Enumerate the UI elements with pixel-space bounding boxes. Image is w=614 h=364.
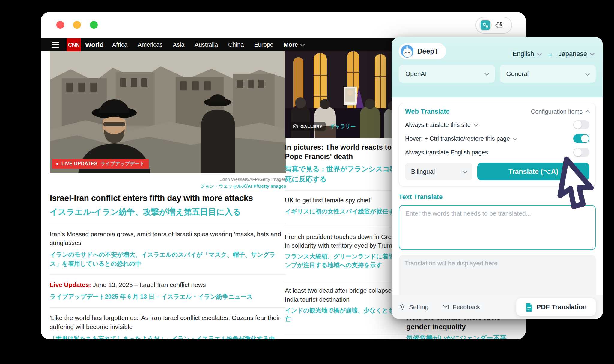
- photo-credit: John Wessels/AFP/Getty Images ジョン・ウェッセルズ…: [50, 176, 286, 190]
- deept-brand-name: DeepT: [417, 47, 438, 55]
- feedback-button[interactable]: Feedback: [442, 303, 480, 311]
- pdf-translation-button[interactable]: PDF Translation: [516, 298, 596, 316]
- camera-icon: [293, 124, 298, 129]
- hover-translate-toggle[interactable]: [573, 134, 589, 143]
- menu-hamburger-icon[interactable]: [52, 42, 59, 48]
- live-updates-label: LIVE UPDATES: [61, 161, 97, 166]
- panel-footer: Setting Feedback PDF Translation: [392, 295, 603, 319]
- article-headline-ja[interactable]: ライブアップデート2025 年 6 月 13 日 – イスラエル・イラン紛争ニュ…: [50, 292, 286, 301]
- article-headline-en[interactable]: Live Updates: June 13, 2025 – Israel-Ira…: [50, 280, 286, 289]
- nav-item-asia[interactable]: Asia: [173, 41, 184, 48]
- chevron-down-icon: [463, 169, 467, 173]
- web-translate-title: Web Translate: [405, 108, 450, 115]
- chevron-down-icon: [300, 42, 305, 46]
- chevron-up-icon: [586, 110, 590, 115]
- engine-mode-row: OpenAI General: [399, 65, 596, 83]
- cnn-logo[interactable]: CNN: [67, 38, 81, 51]
- nav-more-menu[interactable]: More: [284, 41, 304, 48]
- text-translate-output: Translation will be displayed here: [399, 255, 596, 300]
- language-selector: English → Japanese: [512, 49, 594, 58]
- window-titlebar: [41, 12, 526, 38]
- article-headline-ja[interactable]: イランのモサドへの不安が増大、イスラエルのスパイが「マスク、帽子、サングラス」を…: [50, 250, 286, 268]
- live-updates-prefix: Live Updates:: [50, 281, 91, 288]
- article-headline-ja[interactable]: 「世界は私たちを忘れてしまったようだ：」イラン・イスラエル紛争が激化する中、ガザ…: [50, 334, 286, 339]
- arrow-right-icon: →: [546, 49, 554, 58]
- always-translate-site-label: Always translate this site: [405, 121, 471, 128]
- engine-value: OpenAI: [405, 70, 427, 77]
- chevron-down-icon: [590, 51, 595, 56]
- minimize-button[interactable]: [73, 21, 81, 29]
- display-mode-select[interactable]: Bilingual: [405, 163, 472, 180]
- setting-row: Always translate this site: [405, 120, 589, 129]
- nav-more-label: More: [284, 41, 298, 48]
- screen: CNN World Africa Americas Asia Australia…: [0, 0, 614, 364]
- envelope-icon: [442, 303, 449, 311]
- toggle-knob: [574, 121, 582, 129]
- traffic-lights: [56, 21, 98, 29]
- always-translate-english-label: Always translate English pages: [405, 149, 488, 156]
- chevron-down-icon[interactable]: [474, 122, 478, 127]
- live-updates-label-ja: ライブアップデート: [100, 161, 145, 167]
- live-updates-badge[interactable]: LIVE UPDATES ライブアップデート: [52, 159, 149, 169]
- live-updates-text: June 13, 2025 – Israel-Iran conflict new…: [91, 281, 206, 288]
- chevron-down-icon: [585, 71, 590, 76]
- always-translate-english-toggle[interactable]: [573, 148, 589, 157]
- lead-story-column: LIVE UPDATES ライブアップデート John Wessels/AFP/…: [50, 51, 286, 339]
- translate-extension-button[interactable]: [479, 19, 492, 31]
- lead-headline-ja[interactable]: イスラエル-イラン紛争、攻撃が増え第五日目に入る: [50, 207, 286, 217]
- nav-item-australia[interactable]: Australia: [195, 41, 218, 48]
- article-item: Live Updates: June 13, 2025 – Israel-Ira…: [50, 275, 286, 301]
- lead-headline-en[interactable]: Israel-Iran conflict enters fifth day wi…: [50, 193, 286, 203]
- gallery-badge-pill[interactable]: GALLERY: [290, 122, 326, 131]
- deept-mascot-avatar: [401, 45, 414, 58]
- chevron-down-icon: [484, 71, 489, 76]
- gallery-label-ja: ギャラリー: [330, 123, 356, 130]
- article-item: Iran's Mossad paranoia grows, amid fears…: [50, 224, 286, 268]
- article-item: 'Like the world has forgotten us:' As Ir…: [50, 308, 286, 339]
- toggle-knob: [581, 135, 589, 142]
- gallery-label: GALLERY: [300, 124, 323, 129]
- gallery-headline-en[interactable]: In pictures: The world reacts to Pope Fr…: [285, 143, 399, 161]
- panel-header: DeepT English → Japanese OpenAI: [392, 37, 603, 97]
- photo-credit-ja: ジョン・ウェッセルズ/AFP/Getty Images: [50, 183, 286, 189]
- configuration-items-toggle[interactable]: Configuration items: [531, 108, 589, 115]
- gear-icon: [399, 303, 406, 311]
- pdf-translation-label: PDF Translation: [537, 303, 587, 311]
- nav-item-americas[interactable]: Americas: [138, 41, 162, 48]
- mode-select[interactable]: General: [500, 65, 596, 83]
- target-language-value: Japanese: [559, 50, 587, 58]
- mode-value: General: [506, 70, 529, 77]
- nav-item-africa[interactable]: Africa: [112, 41, 127, 48]
- gallery-badge: GALLERY ギャラリー: [290, 122, 356, 131]
- deept-brand-pill[interactable]: DeepT: [399, 43, 446, 59]
- article-headline-en[interactable]: 'Like the world has forgotten us:' As Ir…: [50, 313, 286, 331]
- photo-credit-en: John Wessels/AFP/Getty Images: [50, 176, 286, 183]
- nav-item-china[interactable]: China: [228, 41, 244, 48]
- engine-select[interactable]: OpenAI: [399, 65, 495, 83]
- toggle-knob: [574, 148, 582, 156]
- chevron-down-icon: [537, 51, 542, 56]
- pdf-document-icon: [525, 303, 533, 312]
- article-headline-en[interactable]: Iran's Mossad paranoia grows, amid fears…: [50, 230, 286, 248]
- nav-section-world[interactable]: World: [85, 41, 104, 49]
- nav-links: Africa Americas Asia Australia China Eur…: [112, 41, 273, 48]
- rubble-photo-illustration: [50, 51, 286, 173]
- source-language-value: English: [512, 50, 534, 58]
- setting-button[interactable]: Setting: [399, 303, 428, 311]
- close-button[interactable]: [56, 21, 64, 29]
- maximize-button[interactable]: [90, 21, 98, 29]
- hover-translate-label: Hover: + Ctrl translate/restore this pag…: [405, 135, 510, 142]
- source-language-select[interactable]: English: [512, 50, 541, 58]
- extension-toolbar: [475, 17, 512, 34]
- article-headline-ja[interactable]: 気候危機がいかにジェンダー不平等を煽るか: [406, 334, 511, 339]
- display-mode-value: Bilingual: [411, 168, 435, 175]
- configuration-items-label: Configuration items: [531, 108, 583, 115]
- puzzle-icon: [495, 21, 503, 29]
- extensions-puzzle-button[interactable]: [495, 21, 503, 29]
- lead-story-image[interactable]: LIVE UPDATES ライブアップデート: [50, 51, 286, 173]
- always-translate-site-toggle[interactable]: [573, 120, 589, 129]
- chevron-down-icon[interactable]: [513, 136, 517, 140]
- target-language-select[interactable]: Japanese: [559, 50, 594, 58]
- nav-item-europe[interactable]: Europe: [254, 41, 273, 48]
- setting-label: Setting: [409, 303, 428, 311]
